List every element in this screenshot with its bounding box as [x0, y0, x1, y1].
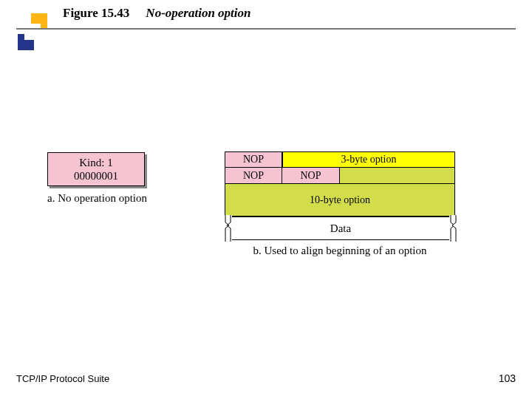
part-a: Kind: 1 00000001 a. No operation option — [47, 152, 147, 205]
kind-value: 00000001 — [48, 169, 144, 183]
torn-edge-right-icon — [449, 215, 457, 242]
kind-box: Kind: 1 00000001 — [47, 152, 145, 186]
deco-square-white — [24, 24, 41, 40]
row-1: NOP 3-byte option — [225, 151, 455, 168]
figure-title: Figure 15.43 No-operation option — [63, 6, 251, 21]
part-b: NOP 3-byte option NOP NOP 10-byte option… — [225, 151, 455, 257]
nop-cell: NOP — [225, 151, 282, 168]
data-row: Data — [225, 216, 457, 240]
row-2: NOP NOP — [225, 168, 455, 184]
kind-label: Kind: 1 — [48, 156, 144, 169]
figure-caption: No-operation option — [146, 6, 250, 21]
title-underline — [16, 28, 516, 30]
ten-byte-option: 10-byte option — [225, 184, 455, 216]
part-a-caption: a. No operation option — [47, 192, 147, 205]
three-byte-option: 3-byte option — [282, 151, 455, 168]
nop-cell: NOP — [282, 168, 340, 184]
ten-byte-option-part1 — [340, 168, 455, 184]
footer-source: TCP/IP Protocol Suite — [16, 373, 109, 384]
figure-number: Figure 15.43 — [63, 6, 129, 21]
torn-edge-left-icon — [225, 215, 232, 242]
part-b-caption: b. Used to align beginning of an option — [225, 245, 455, 257]
data-label: Data — [330, 222, 351, 235]
page-number: 103 — [499, 372, 516, 384]
nop-cell: NOP — [225, 168, 282, 184]
